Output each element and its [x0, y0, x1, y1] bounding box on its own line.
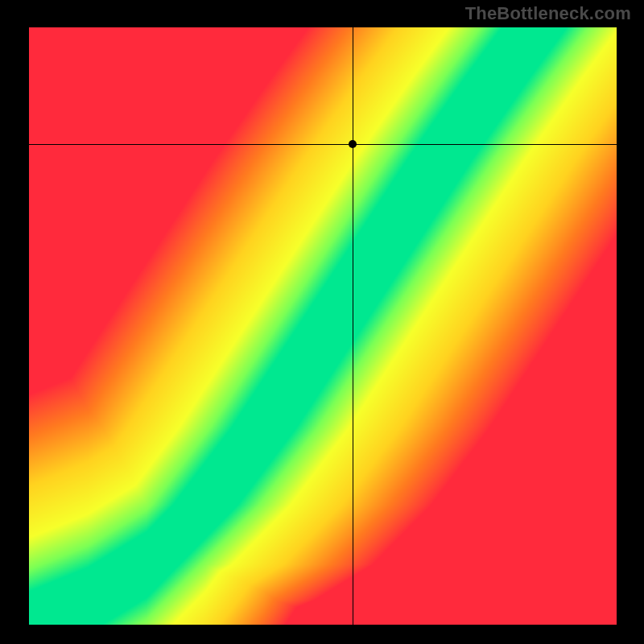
- chart-frame: TheBottleneck.com: [0, 0, 644, 644]
- bottleneck-heatmap: [29, 27, 617, 625]
- watermark-text: TheBottleneck.com: [465, 3, 631, 24]
- chart-area: [29, 27, 617, 625]
- selection-marker: [349, 140, 357, 148]
- crosshair-vertical: [353, 27, 353, 625]
- crosshair-horizontal: [29, 144, 617, 145]
